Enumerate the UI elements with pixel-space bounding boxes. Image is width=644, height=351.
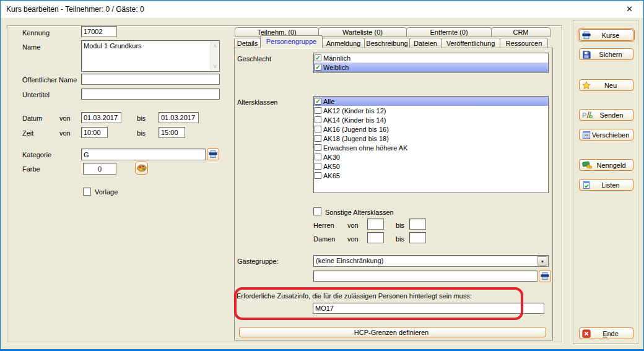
kennung-input[interactable] [81,26,117,37]
list-item-label: Erwachsen ohne höhere AK [323,144,407,152]
farbe-label: Farbe [22,165,40,173]
datum-label: Datum [22,115,42,122]
zeit-bis-input[interactable] [159,127,185,138]
palette-icon [137,164,147,172]
svg-text:P: P [582,111,586,119]
list-item-ak30[interactable]: AK30 [314,152,548,162]
list-item-maennlich[interactable]: ✓ Männlich [314,53,548,63]
send-percent-icon: P [582,111,593,119]
oeffentlicher-name-input[interactable] [81,74,220,85]
unchecked-checkbox-icon[interactable] [315,144,321,151]
senden-button[interactable]: P Senden [579,109,633,121]
damen-bis-input[interactable] [409,232,426,243]
unchecked-checkbox-icon[interactable] [315,163,321,170]
tab-details[interactable]: Details [234,38,261,48]
tab-personengruppe[interactable]: Personengruppe [260,35,323,48]
list-item-ak12[interactable]: AK12 (Kinder bis 12) [314,106,548,115]
ende-button[interactable]: Ende [579,327,633,339]
checked-checkbox-icon[interactable]: ✓ [315,54,321,61]
nenngeld-button[interactable]: Nenngeld [579,159,633,171]
list-icon [541,272,549,280]
tab-crm[interactable]: CRM [491,27,550,37]
list-item-alle[interactable]: ✓ Alle [314,97,548,106]
gaestegruppe-select-button[interactable] [539,270,551,282]
gaestegruppe-dropdown[interactable]: (keine Einschränkung) ▼ [313,255,549,267]
verschieben-button[interactable]: Verschieben [579,129,633,141]
kategorie-input[interactable] [81,149,206,160]
chevron-down-icon[interactable]: ▼ [537,256,547,266]
tab-dateien[interactable]: Dateien [409,38,442,48]
unchecked-checkbox-icon[interactable] [315,107,321,114]
hcp-grenzen-button[interactable]: HCP-Grenzen definieren [239,327,546,337]
name-scrollbar[interactable]: ∧ ∨ [211,41,219,71]
zeit-label: Zeit [22,129,33,137]
close-icon[interactable]: ✕ [616,1,643,18]
unchecked-checkbox-icon[interactable] [315,126,321,132]
damen-von-label: von [347,235,359,243]
list-item-ak18[interactable]: AK18 (Jugend bis 18) [314,134,548,143]
zeit-von-input[interactable] [81,127,108,138]
tab-entfernte[interactable]: Entfernte (0) [406,27,492,37]
list-item-label: AK65 [323,171,340,180]
title-bar: Kurs bearbeiten - Teilnehmer: 0 / Gäste:… [1,1,643,18]
neu-button-label: Neu [591,82,633,89]
vorlage-label: Vorlage [95,188,118,196]
hcp-grenzen-button-label: HCP-Grenzen definieren [240,329,546,336]
scroll-up-icon[interactable]: ∧ [211,43,219,49]
lists-check-icon [582,181,591,189]
kurse-button[interactable]: Kurse [579,29,633,41]
tab-ressourcen[interactable]: Ressourcen [500,38,548,48]
tab-anmeldung[interactable]: Anmeldung [322,38,365,48]
datum-bis-input[interactable] [159,112,199,123]
scroll-down-icon[interactable]: ∨ [211,63,219,69]
herren-bis-input[interactable] [409,219,426,230]
list-item-erwachsen[interactable]: Erwachsen ohne höhere AK [314,143,548,152]
list-item-weiblich[interactable]: ✓ Weiblich [314,63,548,72]
kategorie-select-button[interactable] [207,148,219,160]
listen-button[interactable]: Listen [579,179,633,191]
neu-button[interactable]: Neu [579,79,633,91]
damen-bis-label: bis [396,235,404,243]
herren-bis-label: bis [396,222,404,229]
gaestegruppe-label: Gästegruppe: [237,258,279,265]
senden-button-label: Senden [593,111,633,119]
tab-warteliste[interactable]: Warteliste (0) [318,27,407,37]
list-item-label: Alle [323,97,334,106]
money-icon [582,161,592,169]
sonstige-altersklassen-checkbox[interactable] [313,207,321,215]
unchecked-checkbox-icon[interactable] [315,154,321,160]
window-title: Kurs bearbeiten - Teilnehmer: 0 / Gäste:… [6,5,144,14]
farbe-input[interactable] [83,163,116,175]
gaestegruppe-extra-input[interactable] [313,271,537,282]
sichern-button[interactable]: Sichern [579,48,633,60]
unchecked-checkbox-icon[interactable] [315,135,321,142]
kennung-label: Kennung [22,29,50,37]
zusatzinfo-label: Erforderliche Zusatzinfo, die für die zu… [237,292,472,300]
list-item-ak16[interactable]: AK16 (Jugend bis 16) [314,124,548,134]
exit-red-x-icon [582,329,591,338]
name-label: Name [22,43,40,51]
untertitel-input[interactable] [81,89,220,100]
list-icon [209,150,217,158]
tab-veroeffentlichung[interactable]: Veröffentlichung [441,38,500,48]
unchecked-checkbox-icon[interactable] [315,172,321,179]
list-item-ak50[interactable]: AK50 [314,162,548,171]
list-item-label: AK14 (Kinder bis 14) [323,116,386,124]
damen-von-input[interactable] [367,232,384,243]
farbe-palette-button[interactable] [135,162,148,175]
list-item-ak65[interactable]: AK65 [314,171,548,180]
checked-checkbox-icon[interactable]: ✓ [315,64,321,71]
vorlage-checkbox[interactable] [83,188,91,196]
unchecked-checkbox-icon[interactable] [315,116,321,123]
list-item-ak14[interactable]: AK14 (Kinder bis 14) [314,115,548,124]
untertitel-label: Untertitel [22,91,50,98]
checked-checkbox-icon[interactable]: ✓ [315,98,321,105]
herren-label: Herren [313,222,334,229]
zusatzinfo-input[interactable] [313,303,544,314]
datum-bis-label: bis [137,115,146,122]
datum-von-input[interactable] [81,112,121,123]
herren-von-input[interactable] [367,219,384,230]
gaestegruppe-selected-value: (keine Einschränkung) [316,257,383,264]
name-textarea[interactable]: Modul 1 Grundkurs [81,40,220,72]
tab-beschreibung[interactable]: Beschreibung [364,38,410,48]
